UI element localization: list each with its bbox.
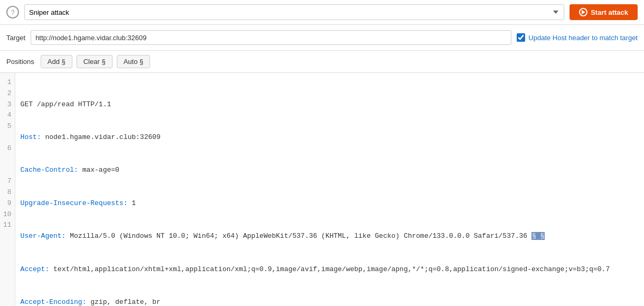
line-numbers: 1 2 3 4 5 6 7 8 9 10 11 <box>0 73 15 306</box>
add-section-button[interactable]: Add § <box>41 55 72 68</box>
clear-section-button[interactable]: Clear § <box>77 55 113 68</box>
target-row: Target Update Host header to match targe… <box>0 25 644 51</box>
play-icon <box>579 8 587 16</box>
start-attack-button[interactable]: Start attack <box>570 4 638 20</box>
help-icon[interactable]: ? <box>6 6 19 18</box>
host-header-label: Update Host header to match target <box>528 34 638 42</box>
attack-type-select[interactable]: Sniper attack <box>24 4 564 20</box>
request-line-2: Host: node1.hgame.vidar.club:32609 <box>21 132 639 143</box>
host-header-checkbox[interactable] <box>517 33 525 42</box>
target-label: Target <box>6 34 25 42</box>
request-line-6: Accept: text/html,application/xhtml+xml,… <box>21 264 639 275</box>
request-line-7: Accept-Encoding: gzip, deflate, br <box>21 297 639 306</box>
positions-label: Positions <box>6 58 34 66</box>
request-line-1: GET /app/read HTTP/1.1 <box>21 99 639 110</box>
auto-section-button[interactable]: Auto § <box>117 55 151 68</box>
request-content[interactable]: GET /app/read HTTP/1.1 Host: node1.hgame… <box>15 73 644 306</box>
target-input[interactable] <box>31 30 511 45</box>
request-line-4: Upgrade-Insecure-Requests: 1 <box>21 198 639 209</box>
editor-area: 1 2 3 4 5 6 7 8 9 10 11 GET /app/read HT… <box>0 73 644 306</box>
host-header-checkbox-container: Update Host header to match target <box>517 33 638 42</box>
request-line-3: Cache-Control: max-age=0 <box>21 165 639 176</box>
request-line-5: User-Agent: Mozilla/5.0 (Windows NT 10.0… <box>21 231 639 242</box>
positions-bar: Positions Add § Clear § Auto § <box>0 51 644 73</box>
top-bar: ? Sniper attack Start attack <box>0 0 644 25</box>
section-marker: § § <box>531 232 545 240</box>
